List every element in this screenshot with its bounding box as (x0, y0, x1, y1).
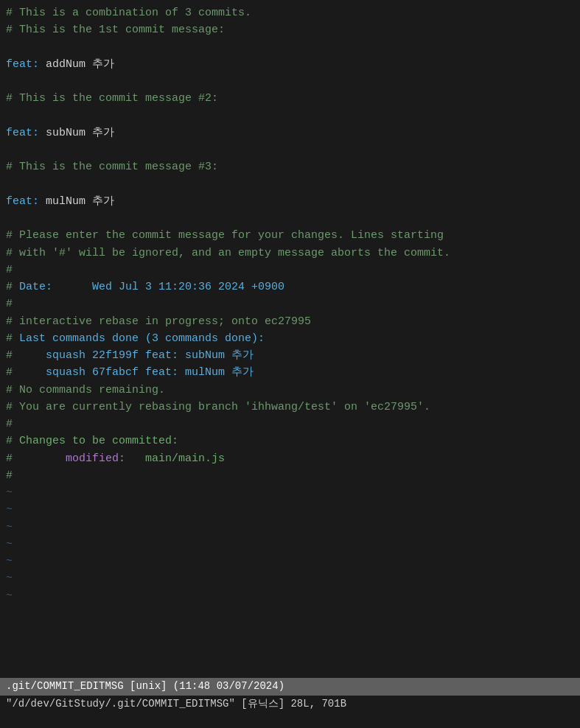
line-text: squash 22f199f feat: subNum 추가 (19, 347, 254, 364)
line-text: with '#' will be ignored, and an empty m… (19, 245, 450, 262)
hash-char: # (6, 295, 13, 312)
tilde-line-6: ~ (0, 570, 580, 587)
line-22: # squash 67fabcf feat: mulNum 추가 (0, 364, 580, 381)
line-text: This is the commit message #2: (19, 90, 218, 107)
status-bar: .git/COMMIT_EDITMSG [unix] (11:48 03/07/… (0, 678, 580, 696)
tilde-char: ~ (6, 501, 13, 518)
line-text: Please enter the commit message for your… (19, 227, 444, 244)
tilde-line-4: ~ (0, 536, 580, 553)
hash-char: # (6, 330, 19, 347)
line-4: feat: addNum 추가 (0, 56, 580, 73)
line-28: # (0, 467, 580, 484)
line-20: # Last commands done (3 commands done): (0, 330, 580, 347)
hash-char: # (6, 21, 19, 38)
tilde-char: ~ (6, 553, 13, 570)
feat-value: mulNum 추가 (39, 193, 114, 210)
line-text: This is the 1st commit message: (19, 21, 225, 38)
line-2: # This is the 1st commit message: (0, 21, 580, 38)
line-21: # squash 22f199f feat: subNum 추가 (0, 347, 580, 364)
line-text: No commands remaining. (19, 382, 165, 399)
tilde-char: ~ (6, 484, 13, 501)
hash-char: # (6, 382, 19, 399)
feat-label: feat: (6, 193, 39, 210)
line-18: # (0, 295, 580, 312)
line-14: # Please enter the commit message for yo… (0, 227, 580, 244)
tilde-line-2: ~ (0, 501, 580, 518)
hash-char: # (6, 399, 19, 416)
tilde-line-3: ~ (0, 519, 580, 536)
hash-char: # (6, 313, 19, 330)
line-11 (0, 176, 580, 193)
line-13 (0, 210, 580, 227)
line-24: # You are currently rebasing branch 'ihh… (0, 399, 580, 416)
hash-char: # (6, 4, 19, 21)
line-19: # interactive rebase in progress; onto e… (0, 313, 580, 330)
line-27: # modified: main/main.js (0, 450, 580, 467)
editor-area: # This is a combination of 3 commits. # … (0, 0, 580, 678)
hash-char: # (6, 227, 19, 244)
tilde-line-7: ~ (0, 587, 580, 604)
bottom-bar: "/d/dev/GitStudy/.git/COMMIT_EDITMSG" [유… (0, 696, 580, 713)
tilde-line-5: ~ (0, 553, 580, 570)
hash-char: # (6, 158, 19, 175)
status-bar-text: .git/COMMIT_EDITMSG [unix] (11:48 03/07/… (6, 679, 284, 695)
line-9 (0, 141, 580, 158)
modified-value: main/main.js (125, 450, 225, 467)
feat-value: addNum 추가 (39, 56, 114, 73)
date-label: Date: Wed Jul 3 11:20:36 2024 +0900 (19, 279, 284, 295)
feat-value: subNum 추가 (39, 125, 114, 141)
line-25: # (0, 416, 580, 433)
line-5 (0, 73, 580, 90)
line-23: # No commands remaining. (0, 382, 580, 399)
hash-char: # (6, 364, 19, 381)
hash-char: # (6, 245, 19, 262)
hash-char: # (6, 467, 13, 484)
line-text: interactive rebase in progress; onto ec2… (19, 313, 311, 330)
hash-char: # (6, 347, 19, 364)
hash-char: # (6, 450, 19, 467)
feat-label: feat: (6, 56, 39, 73)
line-text: You are currently rebasing branch 'ihhwa… (19, 399, 430, 416)
line-10: # This is the commit message #3: (0, 158, 580, 175)
line-6: # This is the commit message #2: (0, 90, 580, 107)
line-8: feat: subNum 추가 (0, 125, 580, 141)
tilde-char: ~ (6, 536, 13, 553)
hash-char: # (6, 279, 19, 295)
tilde-char: ~ (6, 587, 13, 604)
line-17: # Date: Wed Jul 3 11:20:36 2024 +0900 (0, 279, 580, 295)
tilde-line-1: ~ (0, 484, 580, 501)
modified-label: modified: (19, 450, 125, 467)
tilde-char: ~ (6, 519, 13, 536)
line-text: Changes to be committed: (19, 433, 178, 449)
line-text: Last commands done (3 commands done): (19, 330, 265, 347)
line-1: # This is a combination of 3 commits. (0, 4, 580, 21)
hash-char: # (6, 433, 19, 449)
tilde-char: ~ (6, 570, 13, 587)
line-16: # (0, 262, 580, 279)
line-12: feat: mulNum 추가 (0, 193, 580, 210)
line-7 (0, 108, 580, 125)
line-text: squash 67fabcf feat: mulNum 추가 (19, 364, 254, 381)
line-3 (0, 39, 580, 56)
hash-char: # (6, 262, 13, 279)
hash-char: # (6, 416, 13, 433)
line-text: This is the commit message #3: (19, 158, 218, 175)
line-text: This is a combination of 3 commits. (19, 4, 251, 21)
line-15: # with '#' will be ignored, and an empty… (0, 245, 580, 262)
feat-label: feat: (6, 125, 39, 141)
bottom-bar-text: "/d/dev/GitStudy/.git/COMMIT_EDITMSG" [유… (6, 696, 346, 713)
hash-char: # (6, 90, 19, 107)
line-26: # Changes to be committed: (0, 433, 580, 449)
